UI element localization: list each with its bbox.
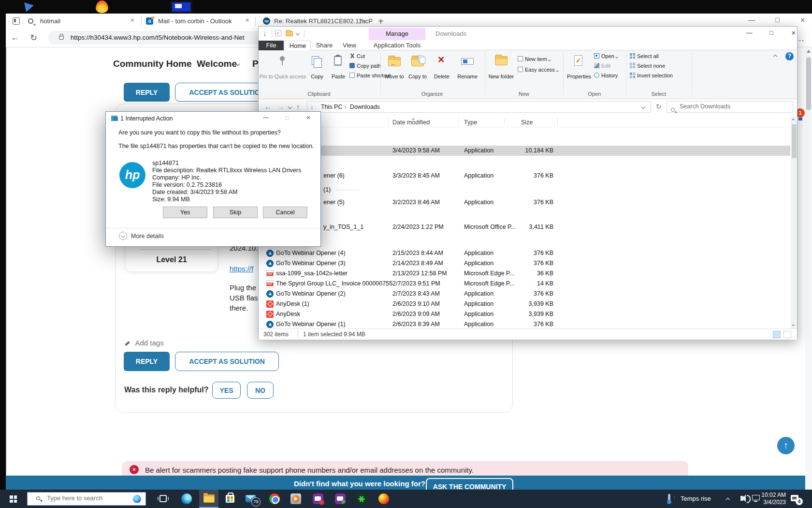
select-none-button[interactable]: Select none bbox=[630, 63, 665, 72]
breadcrumb[interactable]: ↓ This PC › Downloads bbox=[307, 101, 651, 113]
open-button[interactable]: Open bbox=[594, 53, 618, 62]
taskbar-store[interactable] bbox=[220, 490, 240, 508]
forward-icon[interactable]: → bbox=[277, 103, 284, 111]
scrollbar-up-icon[interactable] bbox=[807, 50, 811, 53]
back-icon[interactable]: ← bbox=[11, 32, 19, 43]
weather-text[interactable]: Temps rise bbox=[681, 495, 711, 502]
yes-button[interactable]: Yes bbox=[163, 207, 207, 218]
taskbar-search-input[interactable] bbox=[47, 494, 124, 502]
quick-access-folder-icon[interactable] bbox=[286, 31, 293, 36]
more-details-toggle[interactable]: More details bbox=[131, 233, 164, 239]
scrollbar-down-icon[interactable] bbox=[792, 323, 795, 326]
edit-button[interactable]: Edit bbox=[594, 63, 610, 72]
list-scrollbar[interactable] bbox=[791, 117, 797, 329]
invert-selection-button[interactable]: Invert selection bbox=[630, 73, 673, 81]
refresh-icon[interactable]: ↻ bbox=[656, 103, 662, 110]
breadcrumb-this-pc[interactable]: This PC bbox=[321, 104, 342, 110]
address-dropdown-icon[interactable] bbox=[641, 105, 645, 109]
tab-view[interactable]: View bbox=[338, 41, 361, 50]
table-row[interactable]: AnyDesk (1) 2/6/2023 9:10 AM Application… bbox=[259, 299, 790, 309]
thermometer-icon[interactable] bbox=[668, 494, 670, 501]
quick-access-dropdown-icon[interactable] bbox=[296, 31, 300, 35]
table-row[interactable]: GoTo Webinar Opener (4) 2/15/2023 8:44 A… bbox=[259, 248, 790, 258]
table-row[interactable]: ssa-1099_ssa-1042s-letter 2/13/2023 12:5… bbox=[259, 269, 790, 279]
recent-locations-icon[interactable] bbox=[288, 105, 292, 109]
taskbar-asterisk-app[interactable] bbox=[352, 490, 371, 508]
column-date-modified[interactable]: Date modified bbox=[392, 119, 430, 126]
add-tags-button[interactable]: Add tags bbox=[124, 339, 164, 347]
group-header-row[interactable]: (1) bbox=[259, 185, 790, 195]
table-row[interactable]: GoTo Webinar Opener (3) 2/14/2023 8:49 A… bbox=[259, 258, 790, 269]
properties-button[interactable]: Properties bbox=[566, 52, 592, 89]
new-folder-button[interactable]: New folder bbox=[489, 52, 514, 89]
history-button[interactable]: History bbox=[594, 73, 618, 81]
taskbar-goto-webinar[interactable] bbox=[331, 490, 350, 508]
task-view-button[interactable] bbox=[154, 490, 173, 508]
new-tab-button[interactable]: + bbox=[378, 16, 384, 27]
dialog-close-button[interactable]: × bbox=[301, 112, 316, 123]
accept-solution-button[interactable]: ACCEPT AS SOLUTION bbox=[175, 352, 279, 371]
rename-button[interactable]: Rename bbox=[454, 52, 481, 89]
taskbar-chrome[interactable] bbox=[265, 490, 284, 508]
copy-button[interactable]: Copy bbox=[306, 52, 328, 89]
refresh-icon[interactable]: ↻ bbox=[30, 32, 37, 43]
taskbar-firefox[interactable] bbox=[374, 490, 393, 508]
nav-community-home[interactable]: Community Home bbox=[113, 59, 192, 69]
taskbar-goto-meeting[interactable] bbox=[308, 490, 328, 508]
taskbar-mail[interactable]: 79 bbox=[242, 490, 261, 508]
copy-to-button[interactable]: Copy to bbox=[406, 52, 429, 89]
yes-button[interactable]: YES bbox=[212, 382, 241, 399]
post-link-fragment[interactable]: https://f bbox=[230, 265, 253, 273]
table-row[interactable]: y_in_TOS_1_1 2/24/2023 1:22 PM Microsoft… bbox=[259, 222, 790, 232]
tab-close-icon[interactable]: × bbox=[130, 16, 134, 24]
search-input[interactable] bbox=[680, 103, 786, 110]
dialog-minimize-button[interactable]: — bbox=[259, 112, 273, 123]
column-type[interactable]: Type bbox=[464, 119, 477, 126]
icons-view-button[interactable] bbox=[783, 331, 791, 338]
table-row[interactable]: GoTo Webinar Opener (1) 2/6/2023 8:39 AM… bbox=[259, 319, 790, 329]
browser-maximize-button[interactable]: □ bbox=[775, 16, 779, 24]
speaker-icon[interactable] bbox=[740, 496, 743, 501]
taskbar-media-player[interactable] bbox=[286, 490, 305, 508]
easy-access-button[interactable]: Easy access bbox=[518, 67, 558, 75]
column-size[interactable]: Size bbox=[521, 119, 533, 126]
chevron-down-icon[interactable] bbox=[119, 232, 127, 240]
tab-close-icon[interactable]: × bbox=[360, 16, 363, 24]
table-row[interactable]: AnyDesk 2/6/2023 9:09 AM Application 3,9… bbox=[259, 309, 790, 319]
desktop-flame-icon[interactable] bbox=[96, 0, 108, 13]
clock[interactable]: 10:02 AM 3/4/2023 bbox=[756, 492, 786, 506]
explorer-maximize-button[interactable]: □ bbox=[763, 27, 780, 39]
taskbar-edge[interactable] bbox=[177, 490, 196, 508]
nav-welcome[interactable]: Welcome bbox=[197, 59, 237, 69]
tab-home[interactable]: Home bbox=[285, 41, 311, 50]
explorer-minimize-button[interactable]: — bbox=[741, 27, 757, 39]
up-icon[interactable]: ↑ bbox=[296, 103, 300, 111]
browser-minimize-button[interactable]: — bbox=[748, 16, 755, 24]
help-icon[interactable]: ? bbox=[785, 52, 794, 60]
start-button[interactable] bbox=[10, 495, 17, 503]
quick-access-check-icon[interactable]: ✓ bbox=[275, 30, 281, 36]
copy-path-button[interactable]: Copy path bbox=[349, 63, 381, 72]
table-row[interactable]: GoTo Webinar Opener (2) 2/7/2023 8:43 AM… bbox=[259, 289, 790, 299]
details-view-button[interactable] bbox=[773, 331, 781, 338]
table-row[interactable]: ener (5) 3/2/2023 8:46 AM Application 37… bbox=[259, 197, 790, 208]
table-row[interactable]: The Spyrol Group LLC_ Invoice 000000755 … bbox=[259, 279, 790, 289]
new-item-button[interactable]: New item bbox=[518, 56, 551, 65]
reply-button-top[interactable]: REPLY bbox=[124, 83, 170, 102]
delete-button[interactable]: × Delete bbox=[431, 52, 453, 89]
table-row-selected[interactable]: 3/4/2023 9:58 AM Application 10,184 KB bbox=[259, 146, 790, 156]
breadcrumb-downloads[interactable]: Downloads bbox=[350, 104, 380, 110]
taskbar-search[interactable] bbox=[27, 492, 146, 506]
scrollbar-up-icon[interactable] bbox=[792, 119, 795, 121]
desktop-shortcut-arrow-icon[interactable] bbox=[24, 0, 35, 12]
tray-expand-icon[interactable] bbox=[726, 498, 730, 502]
select-all-button[interactable]: Select all bbox=[630, 53, 659, 62]
tab-list-icon[interactable] bbox=[13, 17, 20, 25]
scrollbar-thumb[interactable] bbox=[806, 57, 811, 110]
move-to-button[interactable]: ← Move to bbox=[383, 52, 406, 89]
tab-close-icon[interactable]: × bbox=[246, 16, 249, 24]
tab-share[interactable]: Share bbox=[312, 41, 337, 50]
search-box[interactable] bbox=[667, 101, 793, 113]
url-text[interactable]: https://h30434.www3.hp.com/t5/Notebook-W… bbox=[71, 34, 244, 41]
desktop-monitor-icon[interactable] bbox=[170, 0, 192, 14]
